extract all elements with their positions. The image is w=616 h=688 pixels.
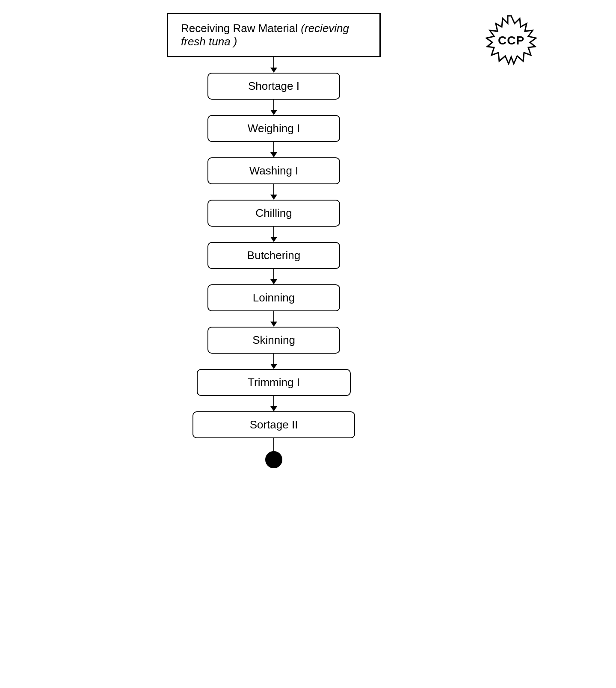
- step-sortage: Sortage II: [192, 411, 355, 438]
- arrow-7: [270, 354, 277, 369]
- ccp-label: CCP: [498, 34, 524, 47]
- step-loinning: Loinning: [207, 284, 340, 311]
- arrow-8: [270, 396, 277, 411]
- step-butchering: Butchering: [207, 242, 340, 269]
- arrow-6: [270, 311, 277, 327]
- step-trimming: Trimming I: [197, 369, 351, 396]
- arrow-4: [270, 227, 277, 242]
- step-shortage: Shortage I: [207, 73, 340, 100]
- ccp-starburst: CCP: [486, 15, 537, 66]
- arrow-2: [270, 142, 277, 157]
- arrow-head: [270, 68, 277, 73]
- arrow-3: [270, 184, 277, 200]
- step-washing: Washing I: [207, 157, 340, 184]
- end-circle: [265, 451, 282, 468]
- step-weighing: Weighing I: [207, 115, 340, 142]
- arrow-line: [273, 57, 275, 68]
- top-box: Receiving Raw Material (recieving fresh …: [167, 13, 381, 57]
- flow-wrapper: Receiving Raw Material (recieving fresh …: [167, 13, 381, 468]
- arrow-5: [270, 269, 277, 284]
- arrow-0: [270, 57, 277, 73]
- flowchart-container: CCP Receiving Raw Material (recieving fr…: [0, 0, 616, 688]
- step-chilling: Chilling: [207, 200, 340, 227]
- top-box-text: Receiving Raw Material (recieving fresh …: [181, 22, 349, 48]
- step-skinning: Skinning: [207, 327, 340, 354]
- arrow-to-end: [273, 438, 275, 451]
- arrow-1: [270, 100, 277, 115]
- ccp-badge: CCP: [483, 13, 539, 68]
